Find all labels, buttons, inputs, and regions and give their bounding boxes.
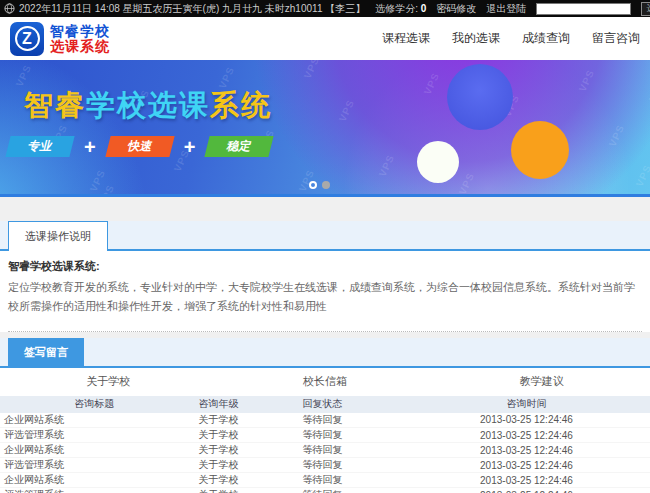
brand-text: 智睿学校 选课系统 xyxy=(50,24,110,53)
table-row[interactable]: 评选管理系统 关于学校 等待回复 2013-03-25 12:24:46 xyxy=(0,428,650,443)
carousel-dots xyxy=(309,181,330,189)
cell-title[interactable]: 评选管理系统 xyxy=(0,458,189,473)
vps-watermark-text: VPS xyxy=(422,71,442,97)
table-header-row: 咨询标题 咨询年级 回复状态 咨询时间 xyxy=(0,396,650,413)
instructions-tabbar: 选课操作说明 xyxy=(0,221,650,251)
col-header-title: 咨询标题 xyxy=(0,396,189,413)
username-text: zh10011 【李三】 xyxy=(285,2,365,16)
table-row[interactable]: 企业网站系统 关于学校 等待回复 2013-03-25 12:24:46 xyxy=(0,413,650,428)
vps-watermark-text: VPS xyxy=(377,153,397,179)
change-password-link[interactable]: 密码修改 xyxy=(436,2,476,16)
hero-banner: VPSVPSVPSVPSVPSVPSVPSVPSVPSVPSVPSVPSVPSV… xyxy=(0,60,650,197)
nav-item-grades[interactable]: 成绩查询 xyxy=(522,30,570,47)
logout-link[interactable]: 退出登陆 xyxy=(486,2,526,16)
cell-time: 2013-03-25 12:24:46 xyxy=(403,413,650,428)
course-search-input[interactable] xyxy=(536,3,631,15)
cell-status: 等待回复 xyxy=(293,473,404,488)
message-table: 咨询标题 咨询年级 回复状态 咨询时间 企业网站系统 关于学校 等待回复 201… xyxy=(0,396,650,493)
globe-icon xyxy=(4,3,15,14)
nav-item-course-select[interactable]: 课程选课 xyxy=(382,30,430,47)
brand-line2: 选课系统 xyxy=(50,39,110,54)
brand-line1: 智睿学校 xyxy=(50,24,110,39)
message-tabbar: 签写留言 xyxy=(0,338,650,368)
nav-item-messages[interactable]: 留言咨询 xyxy=(592,30,640,47)
hero-title: 智睿学校选课系统 xyxy=(24,86,272,126)
credits-label: 选修学分: xyxy=(375,3,418,14)
credits-value: 0 xyxy=(421,3,427,14)
banner-circle-white xyxy=(417,141,459,183)
col-header-time: 咨询时间 xyxy=(403,396,650,413)
cell-status: 等待回复 xyxy=(293,443,404,458)
top-bar: 2022年11月11日 14:08 星期五农历壬寅年(虎) 九月廿九 未时 zh… xyxy=(0,0,650,17)
vps-watermark-text: VPS xyxy=(302,60,322,80)
vps-watermark-text: VPS xyxy=(607,123,627,149)
banner-circle-blue xyxy=(447,64,513,130)
vps-watermark-text: VPS xyxy=(457,171,477,197)
cell-status: 等待回复 xyxy=(293,458,404,473)
vps-watermark-text: VPS xyxy=(647,78,650,104)
nav-item-my-courses[interactable]: 我的选课 xyxy=(452,30,500,47)
tab-write-message[interactable]: 签写留言 xyxy=(8,338,84,368)
cell-title[interactable]: 企业网站系统 xyxy=(0,473,189,488)
cell-grade: 关于学校 xyxy=(189,428,293,443)
plus-icon: + xyxy=(84,137,96,157)
cell-time: 2013-03-25 12:24:46 xyxy=(403,428,650,443)
brand-logo[interactable]: Z 智睿学校 选课系统 xyxy=(10,22,110,56)
course-search-button[interactable]: 选课搜索 xyxy=(641,2,650,16)
cell-grade: 关于学校 xyxy=(189,443,293,458)
instructions-body: 智睿学校选课系统: 定位学校教育开发的系统，专业针对的中学，大专院校学生在线选课… xyxy=(0,251,650,323)
cell-time: 2013-03-25 12:24:46 xyxy=(403,473,650,488)
badge-fast: 快速 xyxy=(105,136,174,157)
hero-title-part: 系统 xyxy=(210,89,272,121)
page: 2022年11月11日 14:08 星期五农历壬寅年(虎) 九月廿九 未时 zh… xyxy=(0,0,650,493)
cell-grade: 关于学校 xyxy=(189,458,293,473)
col-header-status: 回复状态 xyxy=(293,396,404,413)
cell-title[interactable]: 评选管理系统 xyxy=(0,488,189,493)
message-board-section: 签写留言 关于学校 校长信箱 教学建议 咨询标题 咨询年级 回复状态 咨询时间 … xyxy=(0,338,650,493)
plus-icon: + xyxy=(184,137,196,157)
instructions-heading: 智睿学校选课系统: xyxy=(8,259,642,274)
cell-grade: 关于学校 xyxy=(189,413,293,428)
table-row[interactable]: 企业网站系统 关于学校 等待回复 2013-03-25 12:24:46 xyxy=(0,473,650,488)
cell-status: 等待回复 xyxy=(293,413,404,428)
vps-watermark-text: VPS xyxy=(337,98,357,124)
table-row[interactable]: 企业网站系统 关于学校 等待回复 2013-03-25 12:24:46 xyxy=(0,443,650,458)
hero-title-part: 学校选课 xyxy=(86,89,210,121)
cell-time: 2013-03-25 12:24:46 xyxy=(403,488,650,493)
credits-text: 选修学分: 0 xyxy=(375,2,426,16)
cell-status: 等待回复 xyxy=(293,488,404,493)
vps-watermark-text: VPS xyxy=(577,68,597,94)
cell-title[interactable]: 企业网站系统 xyxy=(0,413,189,428)
instructions-section: 选课操作说明 智睿学校选课系统: 定位学校教育开发的系统，专业针对的中学，大专院… xyxy=(0,221,650,332)
category-about-school[interactable]: 关于学校 xyxy=(0,374,217,389)
logo-icon: Z xyxy=(10,22,44,56)
dotted-separator xyxy=(8,331,642,332)
table-row[interactable]: 评选管理系统 关于学校 等待回复 2013-03-25 12:24:46 xyxy=(0,458,650,473)
cell-time: 2013-03-25 12:24:46 xyxy=(403,443,650,458)
col-header-grade: 咨询年级 xyxy=(189,396,293,413)
table-row[interactable]: 评选管理系统 关于学校 等待回复 2013-03-25 12:24:46 xyxy=(0,488,650,493)
badge-professional: 专业 xyxy=(5,136,74,157)
cell-title[interactable]: 评选管理系统 xyxy=(0,428,189,443)
banner-circle-orange xyxy=(511,121,569,179)
category-principal-mailbox[interactable]: 校长信箱 xyxy=(217,374,434,389)
cell-title[interactable]: 企业网站系统 xyxy=(0,443,189,458)
badge-stable: 稳定 xyxy=(205,136,274,157)
cell-time: 2013-03-25 12:24:46 xyxy=(403,458,650,473)
vps-watermark-text: VPS xyxy=(634,163,650,189)
cell-grade: 关于学校 xyxy=(189,473,293,488)
cell-status: 等待回复 xyxy=(293,428,404,443)
hero-title-part: 智睿 xyxy=(24,89,86,121)
instructions-text: 定位学校教育开发的系统，专业针对的中学，大专院校学生在线选课，成绩查询系统，为综… xyxy=(8,278,642,317)
tab-course-instructions[interactable]: 选课操作说明 xyxy=(8,221,108,251)
category-teaching-advice[interactable]: 教学建议 xyxy=(433,374,650,389)
cell-grade: 关于学校 xyxy=(189,488,293,493)
hero-badges: 专业 + 快速 + 稳定 xyxy=(8,136,271,157)
vps-watermark-text: VPS xyxy=(14,63,34,89)
logo-letter: Z xyxy=(15,26,40,51)
carousel-dot-active[interactable] xyxy=(309,181,317,189)
site-header: Z 智睿学校 选课系统 课程选课 我的选课 成绩查询 留言咨询 xyxy=(0,17,650,60)
message-categories: 关于学校 校长信箱 教学建议 xyxy=(0,368,650,396)
main-nav: 课程选课 我的选课 成绩查询 留言咨询 xyxy=(382,30,640,47)
carousel-dot[interactable] xyxy=(322,181,330,189)
